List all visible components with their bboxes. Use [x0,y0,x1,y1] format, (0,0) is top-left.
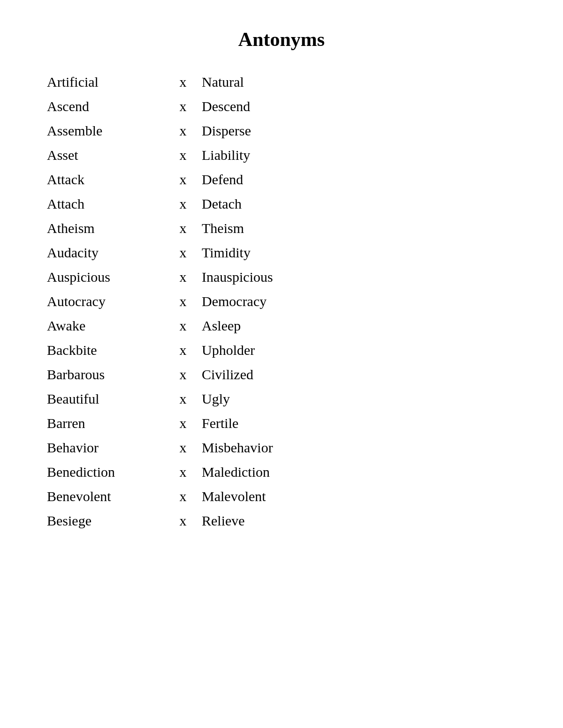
antonym-row: BenevolentxMalevolent [47,488,516,504]
page-title: Antonyms [47,28,516,51]
separator: x [169,74,197,90]
word-right: Malevolent [197,488,516,504]
separator: x [169,391,197,407]
separator: x [169,147,197,163]
word-left: Auspicious [47,269,169,285]
word-left: Audacity [47,245,169,261]
word-left: Autocracy [47,293,169,309]
word-left: Atheism [47,220,169,236]
word-left: Beautiful [47,391,169,407]
antonym-row: BesiegexRelieve [47,513,516,529]
antonym-row: BeautifulxUgly [47,391,516,407]
word-right: Civilized [197,367,516,383]
word-right: Descend [197,98,516,114]
separator: x [169,293,197,309]
separator: x [169,172,197,188]
separator: x [169,245,197,261]
separator: x [169,220,197,236]
word-left: Behavior [47,440,169,456]
separator: x [169,488,197,504]
antonym-row: AssemblexDisperse [47,123,516,139]
antonym-row: AttachxDetach [47,196,516,212]
word-left: Attach [47,196,169,212]
word-right: Asleep [197,318,516,334]
antonym-row: AssetxLiability [47,147,516,163]
separator: x [169,98,197,114]
separator: x [169,342,197,358]
word-right: Defend [197,172,516,188]
separator: x [169,513,197,529]
word-left: Assemble [47,123,169,139]
word-right: Relieve [197,513,516,529]
word-right: Ugly [197,391,516,407]
separator: x [169,464,197,480]
word-right: Malediction [197,464,516,480]
separator: x [169,440,197,456]
word-right: Upholder [197,342,516,358]
separator: x [169,196,197,212]
word-left: Ascend [47,98,169,114]
word-right: Inauspicious [197,269,516,285]
word-left: Attack [47,172,169,188]
word-left: Benevolent [47,488,169,504]
word-right: Timidity [197,245,516,261]
word-left: Barbarous [47,367,169,383]
antonym-row: BehaviorxMisbehavior [47,440,516,456]
separator: x [169,123,197,139]
antonym-row: AttackxDefend [47,172,516,188]
separator: x [169,367,197,383]
antonym-row: BenedictionxMalediction [47,464,516,480]
word-left: Backbite [47,342,169,358]
word-left: Artificial [47,74,169,90]
antonym-row: AutocracyxDemocracy [47,293,516,309]
word-right: Detach [197,196,516,212]
antonym-row: BackbitexUpholder [47,342,516,358]
antonym-row: AscendxDescend [47,98,516,114]
word-right: Democracy [197,293,516,309]
word-right: Natural [197,74,516,90]
separator: x [169,415,197,431]
word-left: Awake [47,318,169,334]
separator: x [169,318,197,334]
word-right: Liability [197,147,516,163]
antonym-row: AudacityxTimidity [47,245,516,261]
word-left: Asset [47,147,169,163]
word-right: Misbehavior [197,440,516,456]
word-left: Barren [47,415,169,431]
antonym-row: ArtificialxNatural [47,74,516,90]
word-right: Disperse [197,123,516,139]
antonym-row: AtheismxTheism [47,220,516,236]
word-left: Besiege [47,513,169,529]
antonym-row: BarbarousxCivilized [47,367,516,383]
word-right: Theism [197,220,516,236]
separator: x [169,269,197,285]
word-left: Benediction [47,464,169,480]
antonyms-list: ArtificialxNaturalAscendxDescendAssemble… [47,74,516,529]
antonym-row: AuspiciousxInauspicious [47,269,516,285]
antonym-row: AwakexAsleep [47,318,516,334]
antonym-row: BarrenxFertile [47,415,516,431]
word-right: Fertile [197,415,516,431]
